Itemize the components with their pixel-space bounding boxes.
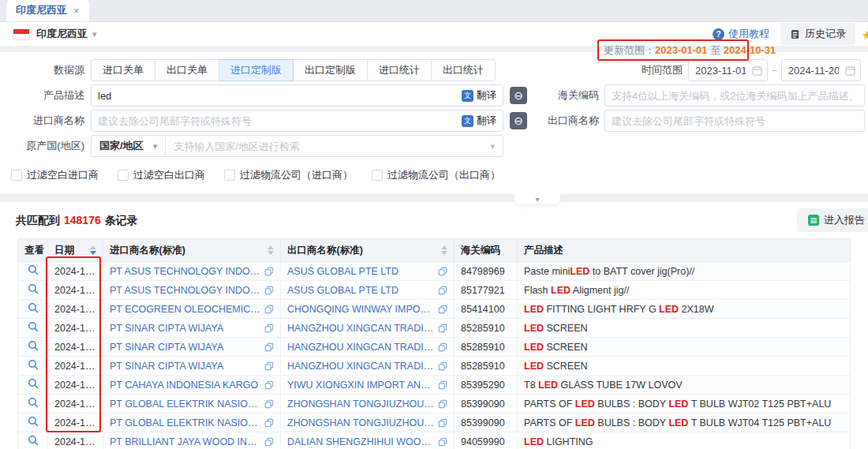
copy-icon[interactable] (438, 437, 447, 447)
copy-icon[interactable] (438, 305, 447, 314)
hs-code-input[interactable] (605, 85, 864, 106)
translate-button[interactable]: 文 翻译 (455, 114, 503, 128)
copy-button[interactable] (438, 305, 447, 314)
origin-country-input[interactable] (166, 140, 490, 152)
view-record-button[interactable] (28, 321, 39, 332)
copy-icon[interactable] (438, 380, 447, 390)
exporter-link[interactable]: ASUS GLOBAL PTE LTD (287, 266, 435, 277)
importer-link[interactable]: PT SINAR CIPTA WIJAYA (110, 342, 261, 353)
copy-icon[interactable] (264, 267, 274, 276)
copy-button[interactable] (438, 286, 447, 295)
exporter-link[interactable]: ASUS GLOBAL PTE LTD (287, 285, 435, 296)
sort-icon[interactable] (268, 245, 274, 255)
tutorial-link[interactable]: ? 使用教程 (713, 27, 769, 41)
exporter-link[interactable]: HANGZHOU XINGCAN TRADING CO LTD (287, 342, 435, 353)
exporter-link[interactable]: HANGZHOU XINGCAN TRADING CO LTD (287, 323, 435, 334)
column-header[interactable]: 出口商名称(标准) (281, 239, 455, 262)
date-from-input[interactable] (689, 60, 752, 80)
view-record-button[interactable] (28, 264, 39, 275)
view-record-button[interactable] (28, 283, 39, 294)
view-magnifier-icon[interactable] (28, 321, 39, 332)
view-magnifier-icon[interactable] (28, 302, 39, 313)
exporter-link[interactable]: ZHONGSHAN TONGJIUZHOU INTERNA... (287, 398, 435, 410)
chevron-down-icon[interactable]: ▾ (92, 29, 97, 39)
importer-link[interactable]: PT ECOGREEN OLEOCHEMICALS (110, 304, 261, 315)
data-source-option[interactable]: 出口统计 (432, 59, 496, 81)
copy-button[interactable] (264, 286, 274, 295)
view-magnifier-icon[interactable] (28, 264, 39, 275)
tab-indonesia[interactable]: 印度尼西亚 × (6, 0, 89, 21)
copy-button[interactable] (438, 418, 447, 428)
copy-icon[interactable] (264, 418, 274, 428)
product-desc-input[interactable] (92, 85, 455, 106)
tab-close-icon[interactable]: × (73, 5, 80, 17)
view-record-button[interactable] (28, 302, 39, 313)
copy-icon[interactable] (264, 380, 274, 390)
copy-icon[interactable] (264, 437, 274, 447)
copy-button[interactable] (264, 267, 274, 276)
copy-button[interactable] (438, 361, 447, 371)
sort-icon[interactable] (441, 245, 447, 255)
sort-icon[interactable] (90, 245, 96, 255)
data-source-option[interactable]: 进口统计 (368, 59, 432, 81)
importer-link[interactable]: PT SINAR CIPTA WIJAYA (110, 361, 261, 372)
importer-link[interactable]: PT BRILLIANT JAYA WOOD INDUSTRY (110, 436, 261, 447)
exact-match-icon[interactable]: ⊖ (510, 87, 527, 104)
copy-icon[interactable] (438, 418, 447, 428)
column-header[interactable]: 进口商名称(标准) (103, 239, 281, 262)
checkbox-icon[interactable] (11, 170, 22, 181)
copy-icon[interactable] (264, 399, 274, 409)
filter-checkbox[interactable]: 过滤物流公司（出口商） (372, 168, 500, 182)
copy-button[interactable] (438, 324, 447, 333)
copy-button[interactable] (438, 342, 447, 352)
data-source-option[interactable]: 进口定制版 (219, 59, 294, 81)
exact-match-icon[interactable]: ⊖ (510, 112, 527, 129)
importer-link[interactable]: PT GLOBAL ELEKTRIK NASIONAL (110, 398, 261, 410)
filter-checkbox[interactable]: 过滤物流公司（进口商） (224, 168, 353, 182)
copy-icon[interactable] (264, 361, 274, 371)
view-record-button[interactable] (28, 340, 39, 351)
filter-checkbox[interactable]: 过滤空白进口商 (11, 168, 99, 182)
copy-icon[interactable] (438, 324, 447, 333)
copy-button[interactable] (438, 399, 447, 409)
column-header[interactable]: 日期 (48, 239, 103, 262)
view-record-button[interactable] (28, 416, 39, 427)
importer-link[interactable]: PT SINAR CIPTA WIJAYA (110, 323, 261, 334)
exporter-input[interactable] (605, 110, 864, 131)
importer-link[interactable]: PT ASUS TECHNOLOGY INDONESIA BA... (110, 285, 261, 296)
copy-icon[interactable] (264, 342, 274, 352)
view-magnifier-icon[interactable] (28, 378, 39, 389)
copy-button[interactable] (264, 418, 274, 428)
translate-button[interactable]: 文 翻译 (455, 89, 503, 103)
copy-icon[interactable] (438, 267, 447, 276)
view-magnifier-icon[interactable] (28, 359, 39, 370)
copy-button[interactable] (264, 399, 274, 409)
importer-input[interactable] (92, 110, 455, 131)
collapse-form-tab[interactable]: ▾ (514, 194, 560, 204)
checkbox-icon[interactable] (118, 170, 129, 181)
copy-button[interactable] (438, 437, 447, 447)
origin-country-select[interactable]: 国家/地区 ▾ (92, 136, 166, 156)
data-source-option[interactable]: 出口关单 (155, 59, 219, 81)
view-magnifier-icon[interactable] (28, 435, 39, 446)
checkbox-icon[interactable] (224, 170, 235, 181)
copy-icon[interactable] (438, 286, 447, 295)
view-magnifier-icon[interactable] (28, 283, 39, 294)
view-record-button[interactable] (28, 435, 39, 446)
exporter-link[interactable]: CHONGQING WINWAY IMPORT AND E... (287, 304, 435, 315)
date-to-input[interactable] (782, 60, 845, 80)
country-selector[interactable]: 印度尼西亚 (36, 27, 88, 41)
filter-checkbox[interactable]: 过滤空白出口商 (118, 168, 205, 182)
copy-button[interactable] (264, 342, 274, 352)
view-magnifier-icon[interactable] (28, 416, 39, 427)
chevron-down-icon[interactable]: ▾ (490, 141, 503, 152)
exporter-link[interactable]: HANGZHOU XINGCAN TRADING CO LTD (287, 361, 435, 372)
history-button[interactable]: 历史记录 (780, 23, 855, 45)
checkbox-icon[interactable] (372, 170, 383, 181)
importer-link[interactable]: PT ASUS TECHNOLOGY INDONESIA BA... (110, 266, 261, 277)
copy-icon[interactable] (264, 324, 274, 333)
importer-link[interactable]: PT CAHAYA INDONESIA KARGO (110, 380, 261, 391)
copy-icon[interactable] (438, 342, 447, 352)
exporter-link[interactable]: ZHONGSHAN TONGJIUZHOU INTERNA... (287, 417, 435, 428)
copy-button[interactable] (438, 380, 447, 390)
